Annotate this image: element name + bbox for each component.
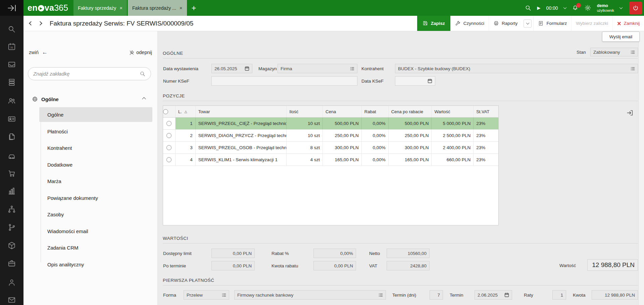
database-icon[interactable] — [7, 78, 16, 87]
raty-field[interactable]: 1 — [552, 290, 566, 300]
sidebar-item-wiadomosci-email[interactable]: Wiadomości email — [39, 224, 152, 238]
row-radio-cell[interactable] — [163, 130, 176, 141]
table-row[interactable]: 2 SERWIS_DIAGN_PRZYCZ - Przegląd technic… — [163, 130, 498, 142]
kwota-field[interactable]: 12 988,80 PLN — [592, 290, 638, 300]
col-rabat[interactable]: Rabat — [362, 106, 389, 117]
col-cena[interactable]: Cena — [323, 106, 362, 117]
row-radio-cell[interactable] — [163, 118, 176, 129]
timer-chevron-icon[interactable] — [563, 6, 566, 9]
po-terminie-field[interactable]: 0,00 PLN — [211, 261, 255, 270]
tab-faktura-sprzedazy-active[interactable]: Faktura sprzedaży ... × — [128, 0, 187, 16]
forma-field[interactable]: Przelew — [184, 290, 229, 300]
sidebar-item-opis-analityczny[interactable]: Opis analityczny — [39, 257, 152, 272]
tab-close-icon[interactable]: × — [180, 5, 183, 11]
sidebar-item-dodatkowe[interactable]: Dodatkowe — [39, 157, 152, 172]
close-button[interactable]: × Zamknij — [612, 16, 644, 31]
notifications-button[interactable]: ... — [572, 5, 579, 11]
termin-dni-field[interactable]: 7 — [430, 290, 443, 300]
tab-faktury-sprzedazy[interactable]: Faktury sprzedaży × — [73, 0, 127, 16]
table-row[interactable]: 4 SERWIS_KLIM1 - Serwis klimatyzacji 1 4… — [163, 154, 498, 166]
vat-field[interactable]: 2428,80 — [387, 261, 430, 270]
mail-icon[interactable] — [7, 296, 16, 304]
collapse-chevron-icon[interactable] — [142, 97, 146, 101]
col-lp[interactable]: L.△ — [176, 106, 196, 117]
contacts-icon[interactable] — [7, 96, 16, 105]
row-radio-cell[interactable] — [163, 154, 176, 166]
tab-close-icon[interactable]: × — [119, 5, 122, 11]
calendar-icon[interactable]: 31 — [7, 42, 16, 51]
global-search-icon[interactable] — [525, 5, 532, 11]
col-ilosc[interactable]: Ilość — [287, 106, 323, 117]
termin-field[interactable]: 2.06.2025 — [475, 290, 512, 300]
vertical-scrollbar[interactable] — [638, 31, 644, 305]
documents-icon[interactable] — [7, 132, 16, 141]
numer-ksef-field[interactable] — [211, 76, 357, 86]
inbox-icon[interactable] — [7, 60, 16, 69]
data-wystawienia-field[interactable]: 26.05.2025 — [211, 64, 252, 73]
car-icon[interactable] — [7, 151, 16, 160]
col-st-vat[interactable]: St.VAT — [474, 106, 498, 117]
chart-icon[interactable] — [7, 187, 16, 195]
stan-field[interactable]: Zablokowany — [590, 48, 638, 56]
data-ksef-field[interactable] — [395, 76, 435, 86]
kontrahent-field[interactable]: BUDEX - Szybkie budowy (BUDEX) — [395, 64, 638, 73]
expand-menu-button[interactable] — [0, 0, 23, 16]
sidebar-item-marza[interactable]: Marża — [39, 174, 152, 188]
branch-icon[interactable] — [7, 223, 16, 232]
tab-search-input[interactable] — [33, 71, 140, 77]
sidebar-item-zasoby[interactable]: Zasoby — [39, 207, 152, 222]
header-radio-cell[interactable] — [163, 106, 176, 117]
reports-button[interactable]: Raporty — [489, 16, 522, 31]
dostepny-limit-field[interactable]: 0,00 PLN — [211, 249, 255, 258]
netto-field[interactable]: 10560,00 — [387, 249, 430, 258]
col-wartosc[interactable]: Wartość — [432, 106, 474, 117]
sidebar-item-zadania-crm[interactable]: Zadania CRM — [39, 240, 152, 255]
row-radio-cell[interactable] — [163, 142, 176, 154]
package-icon[interactable] — [7, 241, 16, 250]
table-row[interactable]: 3 SERWIS_PRZEGL_OSOB - Przegląd technicz… — [163, 142, 498, 154]
cart-icon[interactable] — [7, 169, 16, 178]
briefcase-icon[interactable] — [7, 259, 16, 268]
unpin-button[interactable]: odepnij — [129, 50, 152, 55]
list-icon[interactable] — [629, 50, 635, 54]
reports-dropdown-button[interactable] — [524, 19, 532, 28]
sidebar-item-kontrahent[interactable]: Kontrahent — [39, 140, 152, 155]
sidebar-item-platnosci[interactable]: Płatności — [39, 124, 152, 139]
list-icon[interactable] — [220, 293, 226, 297]
col-towar[interactable]: Towar — [196, 106, 287, 117]
user-menu[interactable]: demo użytkownik — [597, 3, 614, 12]
user-menu-chevron-icon[interactable] — [620, 6, 623, 9]
calendar-icon[interactable] — [502, 293, 509, 297]
collapse-arrow-icon[interactable]: ← — [42, 49, 48, 56]
list-icon[interactable] — [377, 293, 383, 297]
settings-gear-icon[interactable] — [584, 4, 591, 11]
sidebar-item-ogolne[interactable]: Ogólne — [39, 107, 152, 122]
id-card-icon[interactable] — [7, 115, 16, 123]
form-button[interactable]: Formularz — [533, 16, 571, 31]
org-structure-icon[interactable] — [7, 205, 16, 214]
tree-group-ogolne[interactable]: Ogólne — [32, 95, 145, 103]
magazyn-field[interactable]: Firma — [278, 64, 357, 73]
list-icon[interactable] — [348, 67, 354, 71]
rachunek-bankowy-field[interactable]: Firmowy rachunek bankowy — [234, 290, 386, 300]
sidebar-item-powiazane-dokumenty[interactable]: Powiązane dokumenty — [39, 190, 152, 205]
run-icon[interactable]: ▶ — [537, 5, 541, 10]
collapse-label[interactable]: zwiń — [29, 50, 39, 55]
new-tab-button[interactable]: + — [192, 4, 196, 12]
search-icon[interactable] — [7, 25, 16, 34]
user-icon[interactable] — [7, 278, 16, 287]
list-icon[interactable] — [629, 67, 635, 71]
choose-advances-button[interactable]: Wybierz zaliczki — [571, 16, 612, 31]
table-row[interactable]: 1 SERWIS_PRZEGL_CIĘŻ - Przegląd technicz… — [163, 118, 498, 130]
logout-power-button[interactable] — [629, 2, 642, 14]
nav-back-button[interactable] — [30, 22, 33, 25]
calendar-icon[interactable] — [426, 79, 432, 83]
open-in-window-button[interactable] — [625, 108, 635, 118]
col-cena-po-rabacie[interactable]: Cena po rabacie — [389, 106, 432, 117]
kwota-rabatu-field[interactable]: 0,00 PLN — [313, 261, 356, 270]
calendar-icon[interactable] — [243, 66, 249, 71]
nav-forward-button[interactable] — [39, 22, 42, 25]
save-button[interactable]: Zapisz — [417, 16, 450, 31]
actions-button[interactable]: Czynności — [450, 16, 489, 31]
rabat-procent-field[interactable]: 0,00% — [313, 249, 356, 258]
